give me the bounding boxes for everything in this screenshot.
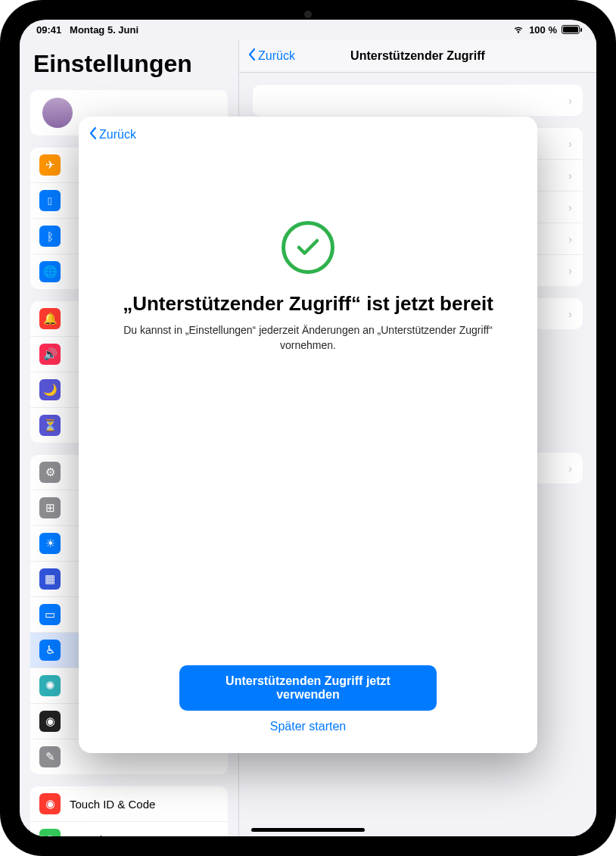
display-icon: ☀ [39,533,61,554]
sidebar-item-label: Batterie [70,833,219,837]
avatar [42,98,73,128]
battery-icon [562,25,580,34]
multitasking-icon: ▭ [39,604,61,625]
siri-icon: ◉ [39,711,61,732]
wifi-icon: 􀙇 [39,190,61,211]
chevron-left-icon [248,48,256,64]
chevron-right-icon: › [568,232,572,245]
accessibility-icon: ♿︎ [39,640,61,661]
detail-navbar: Zurück Unterstützender Zugriff [239,39,596,73]
sidebar-item[interactable]: ▮Batterie [30,822,228,836]
status-left: 09:41 Montag 5. Juni [36,24,138,36]
chevron-right-icon: › [568,169,572,182]
status-bar: 09:41 Montag 5. Juni 100 % [20,20,596,39]
touchid-icon: ◉ [39,793,61,814]
assistive-ready-modal: Zurück „Unterstützender Zugriff“ ist jet… [79,117,537,753]
modal-title: „Unterstützender Zugriff“ ist jetzt bere… [118,292,498,316]
wallpaper-icon: ✺ [39,675,61,696]
sidebar-group: ◉Touch ID & Code▮Batterie [30,786,228,836]
focus-icon: 🌙 [39,379,61,400]
battery-pct: 100 % [529,24,557,36]
airplane-icon: ✈ [39,154,61,176]
globe-icon: 🌐 [39,261,61,282]
chevron-right-icon: › [568,264,572,277]
wifi-icon [512,25,524,34]
detail-title: Unterstützender Zugriff [350,49,485,63]
bluetooth-icon: ᛒ [39,226,61,247]
control-center-icon: ⊞ [39,497,61,518]
modal-back-label: Zurück [99,128,136,142]
device-frame: 09:41 Montag 5. Juni 100 % Einstellungen… [0,0,616,856]
general-icon: ⚙ [39,462,61,483]
bg-row[interactable]: › [253,85,583,116]
back-button[interactable]: Zurück [248,48,295,64]
screentime-icon: ⏳ [39,415,61,436]
screen: 09:41 Montag 5. Juni 100 % Einstellungen… [20,20,596,836]
chevron-right-icon: › [568,462,572,475]
chevron-right-icon: › [568,137,572,150]
pencil-icon: ✎ [39,746,61,767]
modal-back-button[interactable]: Zurück [89,127,136,142]
chevron-right-icon: › [568,201,572,213]
home-screen-icon: ▦ [39,568,61,590]
sound-icon: 🔊 [39,344,61,365]
battery-icon: ▮ [39,829,61,836]
chevron-right-icon: › [568,307,572,320]
success-check-icon [282,221,334,274]
sidebar-item-label: Touch ID & Code [70,798,219,811]
front-camera [304,11,312,18]
bg-group-top: › [253,85,583,116]
status-right: 100 % [512,24,580,36]
status-date: Montag 5. Juni [70,24,138,36]
modal-subtitle: Du kannst in „Einstellungen“ jederzeit Ä… [104,323,512,353]
chevron-right-icon: › [568,94,572,107]
back-label: Zurück [258,49,295,63]
home-indicator[interactable] [251,828,365,832]
use-now-button[interactable]: Unterstützenden Zugriff jetzt verwenden [179,665,437,711]
sidebar-item[interactable]: ◉Touch ID & Code [30,786,228,822]
sidebar-title: Einstellungen [20,45,238,87]
chevron-left-icon [89,127,97,142]
notifications-icon: 🔔 [39,308,61,329]
status-time: 09:41 [36,24,61,36]
start-later-button[interactable]: Später starten [270,720,347,733]
